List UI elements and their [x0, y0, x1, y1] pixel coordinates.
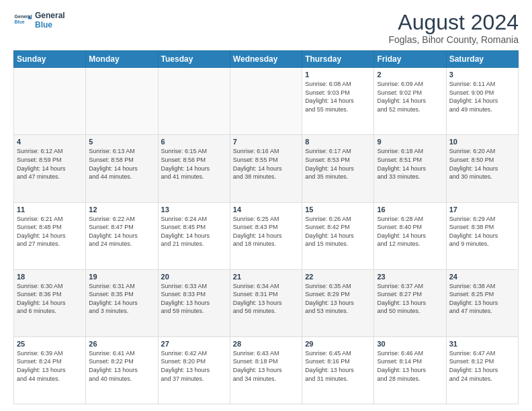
- day-number: 17: [449, 205, 515, 214]
- day-info: Sunrise: 6:43 AM Sunset: 8:18 PM Dayligh…: [233, 349, 299, 383]
- day-info: Sunrise: 6:18 AM Sunset: 8:51 PM Dayligh…: [377, 147, 443, 181]
- day-number: 4: [17, 138, 83, 146]
- day-number: 11: [17, 205, 83, 214]
- day-header-wednesday: Wednesday: [230, 51, 302, 68]
- day-header-friday: Friday: [374, 51, 446, 68]
- day-info: Sunrise: 6:17 AM Sunset: 8:53 PM Dayligh…: [305, 147, 371, 181]
- day-header-tuesday: Tuesday: [158, 51, 230, 68]
- day-number: 13: [161, 205, 227, 214]
- day-number: 26: [89, 340, 154, 348]
- calendar-cell: [86, 68, 158, 135]
- day-info: Sunrise: 6:12 AM Sunset: 8:59 PM Dayligh…: [17, 147, 83, 181]
- day-info: Sunrise: 6:35 AM Sunset: 8:29 PM Dayligh…: [305, 282, 371, 316]
- day-info: Sunrise: 6:08 AM Sunset: 9:03 PM Dayligh…: [305, 80, 371, 113]
- calendar-cell: 17Sunrise: 6:29 AM Sunset: 8:38 PM Dayli…: [446, 202, 518, 269]
- day-info: Sunrise: 6:09 AM Sunset: 9:02 PM Dayligh…: [377, 80, 443, 113]
- calendar-cell: 18Sunrise: 6:30 AM Sunset: 8:36 PM Dayli…: [14, 269, 86, 336]
- day-info: Sunrise: 6:41 AM Sunset: 8:22 PM Dayligh…: [89, 349, 154, 383]
- logo-line2: Blue: [35, 20, 65, 30]
- day-info: Sunrise: 6:26 AM Sunset: 8:42 PM Dayligh…: [305, 215, 371, 248]
- main-title: August 2024: [389, 11, 519, 34]
- calendar-week-2: 4Sunrise: 6:12 AM Sunset: 8:59 PM Daylig…: [14, 135, 519, 202]
- logo: General Blue General Blue: [13, 11, 65, 30]
- day-number: 2: [377, 71, 443, 79]
- calendar-cell: 22Sunrise: 6:35 AM Sunset: 8:29 PM Dayli…: [302, 269, 374, 336]
- day-number: 31: [449, 340, 515, 348]
- calendar-cell: [230, 68, 302, 135]
- calendar-cell: 1Sunrise: 6:08 AM Sunset: 9:03 PM Daylig…: [302, 68, 374, 135]
- calendar-cell: [14, 68, 86, 135]
- calendar-cell: 20Sunrise: 6:33 AM Sunset: 8:33 PM Dayli…: [158, 269, 230, 336]
- calendar-cell: 26Sunrise: 6:41 AM Sunset: 8:22 PM Dayli…: [86, 336, 158, 404]
- calendar-cell: 9Sunrise: 6:18 AM Sunset: 8:51 PM Daylig…: [374, 135, 446, 202]
- calendar-cell: 27Sunrise: 6:42 AM Sunset: 8:20 PM Dayli…: [158, 336, 230, 404]
- day-number: 24: [449, 273, 515, 281]
- calendar-cell: 5Sunrise: 6:13 AM Sunset: 8:58 PM Daylig…: [86, 135, 158, 202]
- calendar-cell: 7Sunrise: 6:16 AM Sunset: 8:55 PM Daylig…: [230, 135, 302, 202]
- day-number: 25: [17, 340, 83, 348]
- day-number: 14: [233, 205, 299, 214]
- day-number: 20: [161, 273, 227, 281]
- day-number: 10: [449, 138, 515, 146]
- calendar-cell: 6Sunrise: 6:15 AM Sunset: 8:56 PM Daylig…: [158, 135, 230, 202]
- calendar-cell: [158, 68, 230, 135]
- day-number: 18: [17, 273, 83, 281]
- day-number: 19: [89, 273, 154, 281]
- calendar-cell: 8Sunrise: 6:17 AM Sunset: 8:53 PM Daylig…: [302, 135, 374, 202]
- calendar-cell: 4Sunrise: 6:12 AM Sunset: 8:59 PM Daylig…: [14, 135, 86, 202]
- day-number: 27: [161, 340, 227, 348]
- calendar-cell: 29Sunrise: 6:45 AM Sunset: 8:16 PM Dayli…: [302, 336, 374, 404]
- header: General Blue General Blue August 2024 Fo…: [13, 11, 519, 45]
- day-info: Sunrise: 6:11 AM Sunset: 9:00 PM Dayligh…: [449, 80, 515, 113]
- sub-title: Foglas, Bihor County, Romania: [389, 34, 519, 45]
- calendar-cell: 12Sunrise: 6:22 AM Sunset: 8:47 PM Dayli…: [86, 202, 158, 269]
- day-info: Sunrise: 6:16 AM Sunset: 8:55 PM Dayligh…: [233, 147, 299, 181]
- day-info: Sunrise: 6:31 AM Sunset: 8:35 PM Dayligh…: [89, 282, 154, 316]
- calendar-cell: 23Sunrise: 6:37 AM Sunset: 8:27 PM Dayli…: [374, 269, 446, 336]
- day-number: 23: [377, 273, 443, 281]
- calendar-cell: 3Sunrise: 6:11 AM Sunset: 9:00 PM Daylig…: [446, 68, 518, 135]
- calendar-cell: 21Sunrise: 6:34 AM Sunset: 8:31 PM Dayli…: [230, 269, 302, 336]
- day-number: 12: [89, 205, 154, 214]
- day-info: Sunrise: 6:25 AM Sunset: 8:43 PM Dayligh…: [233, 215, 299, 248]
- day-number: 5: [89, 138, 154, 146]
- calendar-header-row: SundayMondayTuesdayWednesdayThursdayFrid…: [14, 51, 519, 68]
- day-info: Sunrise: 6:47 AM Sunset: 8:12 PM Dayligh…: [449, 349, 515, 383]
- day-info: Sunrise: 6:42 AM Sunset: 8:20 PM Dayligh…: [161, 349, 227, 383]
- calendar-cell: 14Sunrise: 6:25 AM Sunset: 8:43 PM Dayli…: [230, 202, 302, 269]
- calendar-cell: 25Sunrise: 6:39 AM Sunset: 8:24 PM Dayli…: [14, 336, 86, 404]
- day-info: Sunrise: 6:13 AM Sunset: 8:58 PM Dayligh…: [89, 147, 154, 181]
- day-header-sunday: Sunday: [14, 51, 86, 68]
- calendar-cell: 10Sunrise: 6:20 AM Sunset: 8:50 PM Dayli…: [446, 135, 518, 202]
- day-number: 21: [233, 273, 299, 281]
- day-number: 30: [377, 340, 443, 348]
- day-info: Sunrise: 6:28 AM Sunset: 8:40 PM Dayligh…: [377, 215, 443, 248]
- day-number: 8: [305, 138, 371, 146]
- calendar-cell: 2Sunrise: 6:09 AM Sunset: 9:02 PM Daylig…: [374, 68, 446, 135]
- day-number: 3: [449, 71, 515, 79]
- calendar-cell: 13Sunrise: 6:24 AM Sunset: 8:45 PM Dayli…: [158, 202, 230, 269]
- day-info: Sunrise: 6:33 AM Sunset: 8:33 PM Dayligh…: [161, 282, 227, 316]
- day-header-thursday: Thursday: [302, 51, 374, 68]
- day-info: Sunrise: 6:45 AM Sunset: 8:16 PM Dayligh…: [305, 349, 371, 383]
- day-info: Sunrise: 6:39 AM Sunset: 8:24 PM Dayligh…: [17, 349, 83, 383]
- day-number: 15: [305, 205, 371, 214]
- calendar-cell: 31Sunrise: 6:47 AM Sunset: 8:12 PM Dayli…: [446, 336, 518, 404]
- day-info: Sunrise: 6:38 AM Sunset: 8:25 PM Dayligh…: [449, 282, 515, 316]
- page: General Blue General Blue August 2024 Fo…: [0, 0, 532, 411]
- day-number: 28: [233, 340, 299, 348]
- day-number: 29: [305, 340, 371, 348]
- day-info: Sunrise: 6:37 AM Sunset: 8:27 PM Dayligh…: [377, 282, 443, 316]
- logo-icon: General Blue: [13, 11, 32, 30]
- calendar-cell: 28Sunrise: 6:43 AM Sunset: 8:18 PM Dayli…: [230, 336, 302, 404]
- calendar-week-3: 11Sunrise: 6:21 AM Sunset: 8:48 PM Dayli…: [14, 202, 519, 269]
- calendar-cell: 11Sunrise: 6:21 AM Sunset: 8:48 PM Dayli…: [14, 202, 86, 269]
- calendar-cell: 30Sunrise: 6:46 AM Sunset: 8:14 PM Dayli…: [374, 336, 446, 404]
- calendar-cell: 19Sunrise: 6:31 AM Sunset: 8:35 PM Dayli…: [86, 269, 158, 336]
- calendar-cell: 15Sunrise: 6:26 AM Sunset: 8:42 PM Dayli…: [302, 202, 374, 269]
- day-info: Sunrise: 6:29 AM Sunset: 8:38 PM Dayligh…: [449, 215, 515, 248]
- day-header-saturday: Saturday: [446, 51, 518, 68]
- day-number: 7: [233, 138, 299, 146]
- calendar-cell: 16Sunrise: 6:28 AM Sunset: 8:40 PM Dayli…: [374, 202, 446, 269]
- day-number: 9: [377, 138, 443, 146]
